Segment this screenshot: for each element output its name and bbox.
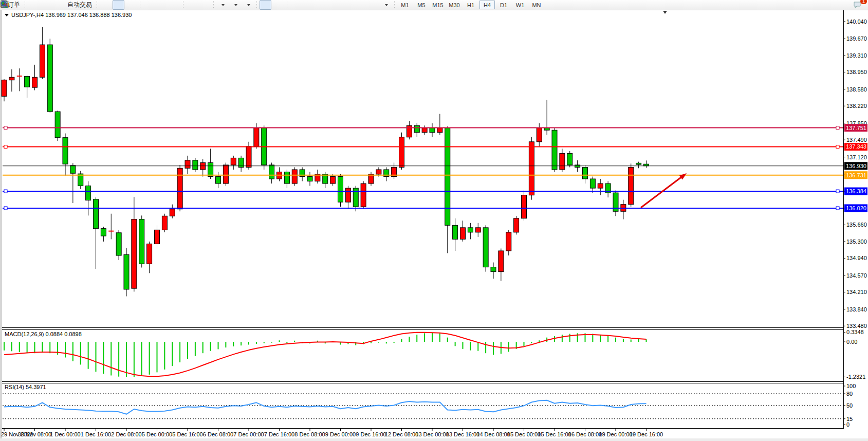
svg-text:0.00: 0.00 [846,339,857,345]
price-axis[interactable]: 140.040139.670139.310138.950138.580138.2… [843,10,868,429]
svg-text:30 Nov 08:00: 30 Nov 08:00 [18,431,51,437]
search-icon [0,0,9,9]
timeframe-h4[interactable]: H4 [479,1,495,9]
autotrading-label: 自动交易 [67,1,92,9]
line-handle[interactable] [4,126,7,130]
arrows-button[interactable] [380,0,392,10]
timeframe-d1[interactable]: D1 [496,1,511,9]
svg-text:137.751: 137.751 [846,125,866,131]
notification-badge: 1 [860,0,867,4]
timeframe-m5[interactable]: M5 [414,1,429,9]
svg-text:15 Dec 00:00: 15 Dec 00:00 [507,431,541,437]
svg-text:139.310: 139.310 [846,52,867,59]
svg-text:136.020: 136.020 [846,205,866,211]
macd-label: MACD(12,26,9) 0.0884 0.0898 [5,331,82,337]
svg-text:9 Dec 00:00: 9 Dec 00:00 [325,431,356,437]
svg-text:13 Dec 00:00: 13 Dec 00:00 [415,431,449,437]
svg-text:80: 80 [846,391,853,397]
cursor-button[interactable] [260,0,271,10]
timeframe-mn[interactable]: MN [529,1,544,9]
chevron-down-icon [234,4,237,6]
svg-text:13 Dec 16:00: 13 Dec 16:00 [446,431,479,437]
svg-text:8 Dec 08:00: 8 Dec 08:00 [294,431,325,437]
svg-text:138.950: 138.950 [846,69,867,75]
chevron-down-icon [221,4,225,6]
symbol-dropdown-icon[interactable] [5,14,9,16]
svg-text:7 Dec 16:00: 7 Dec 16:00 [264,431,294,437]
svg-text:138.220: 138.220 [846,103,867,109]
rsi-label: RSI(14) 54.3971 [5,384,46,390]
toolbar: 新订单 [0,0,868,10]
mt4-window: 新订单 [0,0,868,441]
community-button[interactable] [41,0,52,10]
text-button[interactable]: A [354,0,366,10]
periods-button[interactable] [229,0,241,10]
chevron-down-icon [247,4,250,6]
line-handle[interactable] [836,126,839,130]
svg-text:136.930: 136.930 [846,163,866,169]
svg-text:134.940: 134.940 [846,255,867,261]
notifications-button[interactable]: 1 [853,0,864,10]
svg-text:140.040: 140.040 [846,19,867,25]
autoscroll-button[interactable] [186,0,198,10]
crosshair-button[interactable] [272,0,284,10]
svg-text:1 Dec 16:00: 1 Dec 16:00 [81,431,111,437]
separator [139,1,141,9]
separator [24,1,26,9]
horn-button[interactable] [28,0,40,10]
svg-text:0: 0 [846,421,849,428]
line-handle[interactable] [4,145,7,148]
separator [96,1,98,9]
signals-button[interactable] [53,0,65,10]
line-handle[interactable] [836,145,839,148]
line-handle[interactable] [836,207,839,210]
timeframe-m15[interactable]: M15 [430,1,446,9]
line-handle[interactable] [4,207,7,210]
templates-button[interactable] [242,0,254,10]
timeframe-m30[interactable]: M30 [447,1,462,9]
separator [212,1,215,9]
svg-text:6 Dec 08:00: 6 Dec 08:00 [203,431,233,437]
svg-text:136.731: 136.731 [846,172,866,178]
chart-shift-button[interactable] [199,0,211,10]
svg-text:137.120: 137.120 [846,154,867,160]
chevron-down-icon [385,4,388,6]
svg-text:-1.2321: -1.2321 [846,374,865,380]
svg-text:137.343: 137.343 [846,143,866,150]
svg-text:15: 15 [846,416,853,422]
chart-title-bar[interactable]: USDJPY-,H4 136.969 137.046 136.888 136.9… [5,12,132,18]
zoom-in-button[interactable] [143,0,155,10]
bar-chart-button[interactable] [100,0,112,10]
vertical-line-button[interactable] [290,0,302,10]
svg-text:0.3348: 0.3348 [846,329,864,335]
timeframe-m1[interactable]: M1 [397,1,413,9]
fibonacci-button[interactable]: F [341,0,353,10]
zoom-out-button[interactable] [156,0,168,10]
svg-text:19 Dec 00:00: 19 Dec 00:00 [599,431,632,437]
svg-text:133.480: 133.480 [846,323,867,329]
label-button[interactable]: T [367,0,379,10]
chart-canvas[interactable]: 140.040139.670139.310138.950138.580138.2… [0,0,868,441]
timeframe-w1[interactable]: W1 [512,1,528,9]
svg-text:5 Dec 16:00: 5 Dec 16:00 [172,431,202,437]
candlestick-chart-button[interactable] [113,0,124,10]
indicators-button[interactable] [216,0,228,10]
svg-text:134.210: 134.210 [846,289,867,295]
svg-text:137.490: 137.490 [846,137,867,143]
trendline-button[interactable] [316,0,327,10]
channel-button[interactable]: E [328,0,340,10]
horizontal-line-button[interactable] [303,0,315,10]
line-handle[interactable] [4,190,7,193]
svg-text:7 Dec 00:00: 7 Dec 00:00 [233,431,264,437]
search-button[interactable] [840,0,852,10]
autotrading-button[interactable]: 自动交易 [66,0,94,10]
timeframe-group: M1M5M15M30H1H4D1W1MN [397,0,545,10]
svg-text:50: 50 [846,402,853,409]
svg-text:5 Dec 00:00: 5 Dec 00:00 [142,431,172,437]
line-chart-button[interactable] [125,0,137,10]
tile-windows-button[interactable] [169,0,180,10]
svg-text:136.384: 136.384 [846,188,866,194]
line-handle[interactable] [836,190,839,193]
timeframe-h1[interactable]: H1 [463,1,478,9]
svg-text:135.660: 135.660 [846,222,867,228]
